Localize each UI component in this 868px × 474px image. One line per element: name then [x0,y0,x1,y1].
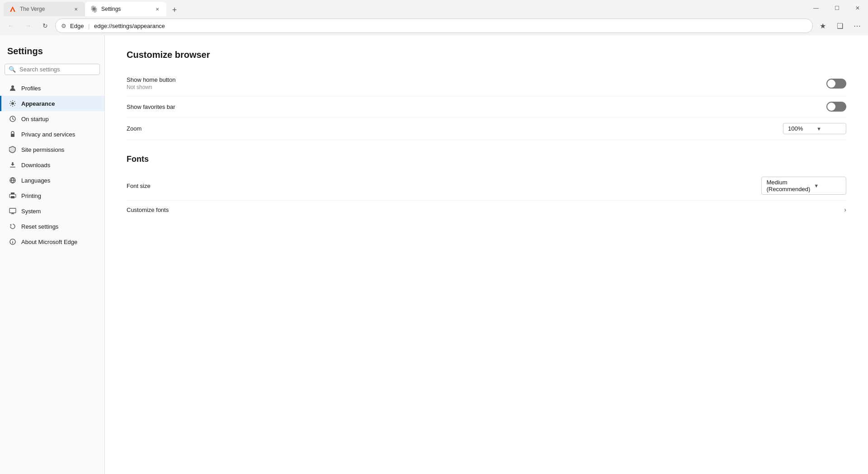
show-home-button-label-group: Show home button Not shown [127,76,175,90]
sidebar-item-site-permissions-label: Site permissions [21,146,64,153]
sidebar-item-appearance-label: Appearance [21,100,55,107]
zoom-row: Zoom 100% ▼ [127,117,846,140]
sidebar-item-downloads-label: Downloads [21,162,50,169]
svg-marker-0 [10,6,15,12]
sidebar-item-profiles[interactable]: Profiles [0,80,104,96]
tab-settings-title: Settings [101,6,150,12]
reset-settings-icon [9,222,17,230]
svg-point-2 [11,102,14,105]
sidebar-item-site-permissions[interactable]: Site permissions [0,142,104,157]
show-home-button-knob [827,80,835,88]
back-button[interactable]: ← [4,19,18,33]
show-favorites-bar-knob [827,103,835,111]
sidebar-item-downloads[interactable]: Downloads [0,157,104,173]
forward-button[interactable]: → [21,19,35,33]
address-protocol-icon: ⚙ [61,23,66,29]
languages-icon [9,176,17,184]
svg-rect-5 [10,167,15,168]
tab-verge-title: The Verge [20,6,69,12]
sidebar-item-about-edge[interactable]: About Microsoft Edge [0,234,104,249]
about-edge-icon [9,238,17,246]
tab-settings[interactable]: Settings ✕ [85,2,166,16]
on-startup-icon [9,115,17,123]
sidebar-item-appearance[interactable]: Appearance [0,96,104,111]
tab-settings-close[interactable]: ✕ [154,5,161,13]
font-size-dropdown-arrow: ▼ [814,183,841,188]
tabs-area: The Verge ✕ Settings ✕ + [0,0,806,16]
customize-browser-title: Customize browser [127,50,846,60]
window-controls: — ☐ ✕ [806,0,868,16]
svg-rect-7 [11,192,14,194]
customize-fonts-label: Customize fonts [127,206,169,213]
sidebar-item-system-label: System [21,208,41,215]
address-bar-row: ← → ↻ ⚙ Edge | edge://settings/appearanc… [0,16,868,35]
sidebar-item-languages-label: Languages [21,177,50,184]
search-icon: 🔍 [9,66,16,73]
font-size-dropdown[interactable]: Medium (Recommended) ▼ [761,177,846,195]
maximize-button[interactable]: ☐ [826,0,847,16]
tab-verge[interactable]: The Verge ✕ [4,2,85,16]
font-size-value: Medium (Recommended) [766,179,810,192]
sidebar-item-privacy[interactable]: Privacy and services [0,127,104,142]
customize-fonts-chevron: › [844,206,846,213]
sidebar-item-on-startup-label: On startup [21,116,49,122]
minimize-button[interactable]: — [806,0,826,16]
printing-icon [9,192,17,200]
show-favorites-bar-toggle[interactable] [826,102,846,112]
appearance-icon [9,99,17,108]
downloads-icon [9,161,17,169]
favorite-button[interactable]: ★ [816,19,830,33]
sidebar-item-system[interactable]: System [0,203,104,219]
svg-rect-4 [11,134,14,137]
svg-point-1 [11,85,14,88]
customize-fonts-row[interactable]: Customize fonts › [127,201,846,219]
sidebar-item-languages[interactable]: Languages [0,173,104,188]
show-favorites-bar-label: Show favorites bar [127,103,175,110]
more-button[interactable]: ⋯ [850,19,864,33]
system-icon [9,207,17,215]
collections-button[interactable]: ❏ [833,19,847,33]
tab-verge-close[interactable]: ✕ [72,5,80,13]
zoom-dropdown-arrow: ▼ [816,126,841,131]
privacy-icon [9,130,17,138]
sidebar-item-about-edge-label: About Microsoft Edge [21,239,77,245]
new-tab-button[interactable]: + [168,4,181,16]
zoom-dropdown[interactable]: 100% ▼ [783,123,846,134]
sidebar-item-on-startup[interactable]: On startup [0,111,104,127]
sidebar-item-reset-settings-label: Reset settings [21,223,58,230]
svg-rect-9 [11,196,14,198]
close-button[interactable]: ✕ [847,0,868,16]
sidebar-item-profiles-label: Profiles [21,85,41,92]
browser-chrome: The Verge ✕ Settings ✕ + — ☐ ✕ [0,0,868,35]
main-content: Settings 🔍 Profiles Appearance On startu… [0,35,868,474]
search-settings-box[interactable]: 🔍 [5,64,100,75]
site-permissions-icon [9,145,17,154]
title-bar: The Verge ✕ Settings ✕ + — ☐ ✕ [0,0,868,16]
address-site: Edge | edge://settings/appearance [70,23,807,29]
show-favorites-bar-label-group: Show favorites bar [127,103,175,110]
font-size-label: Font size [127,183,151,189]
show-home-button-row: Show home button Not shown [127,71,846,96]
profiles-icon [9,84,17,92]
show-home-button-toggle[interactable] [826,79,846,89]
refresh-button[interactable]: ↻ [38,19,52,33]
sidebar: Settings 🔍 Profiles Appearance On startu… [0,35,105,474]
show-favorites-bar-row: Show favorites bar [127,96,846,117]
sidebar-item-printing[interactable]: Printing [0,188,104,203]
content-area: Customize browser Show home button Not s… [105,35,868,474]
fonts-section: Fonts Font size Medium (Recommended) ▼ C… [127,155,846,219]
search-settings-input[interactable] [19,66,96,73]
sidebar-item-printing-label: Printing [21,192,41,199]
show-home-button-sublabel: Not shown [127,84,175,90]
fonts-section-title: Fonts [127,155,846,164]
settings-favicon [90,5,98,13]
svg-rect-10 [9,208,16,213]
zoom-label: Zoom [127,125,142,132]
address-bar[interactable]: ⚙ Edge | edge://settings/appearance [55,19,813,33]
verge-favicon [9,5,16,13]
sidebar-item-reset-settings[interactable]: Reset settings [0,219,104,234]
sidebar-item-privacy-label: Privacy and services [21,131,75,138]
font-size-row: Font size Medium (Recommended) ▼ [127,171,846,201]
show-home-button-label: Show home button [127,76,175,83]
zoom-value: 100% [788,125,813,132]
